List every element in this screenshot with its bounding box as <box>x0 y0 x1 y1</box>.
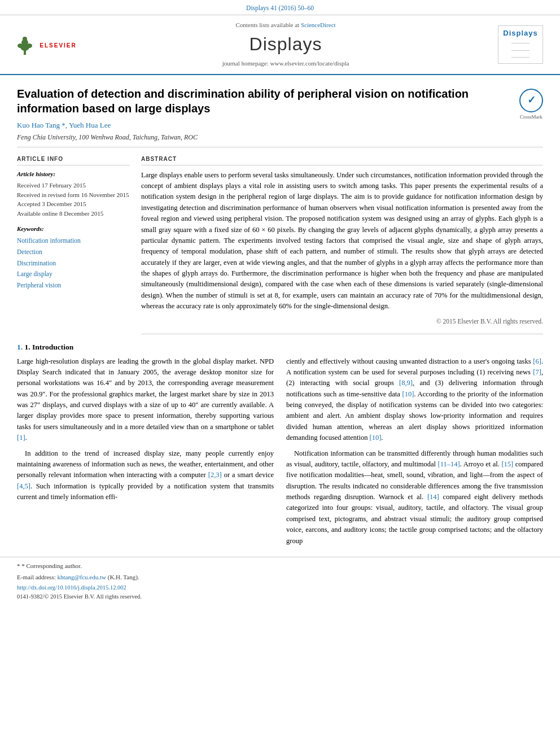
received-revised-date: Received in revised form 16 November 201… <box>17 190 130 200</box>
body-para-1: Large high-resolution displays are leadi… <box>17 356 274 444</box>
section1-heading: 1. 1. Introduction <box>17 342 543 353</box>
body-two-col: Large high-resolution displays are leadi… <box>17 356 543 557</box>
section-num: 1. <box>17 343 25 351</box>
article-title-area: Evaluation of detection and discriminati… <box>17 86 514 142</box>
article-authors: Kuo Hao Tang *, Yueh Hua Lee <box>17 120 514 130</box>
crossmark-badge: ✓ CrossMark <box>519 89 543 121</box>
ref-6-link[interactable]: [6] <box>533 357 541 365</box>
author-link[interactable]: Kuo Hao Tang *, Yueh Hua Lee <box>17 121 111 129</box>
contents-label: Contents lists available at <box>235 21 299 28</box>
article-affiliation: Feng Chia University, 100 Wenhwa Road, T… <box>17 133 514 142</box>
elsevier-logo-area: ELSEVIER <box>11 32 79 57</box>
body-col-right: ciently and effectively without causing … <box>286 356 543 551</box>
crossmark-icon: ✓ <box>519 89 543 112</box>
elsevier-logo: ELSEVIER <box>14 34 76 57</box>
abstract-text: Large displays enable users to perform s… <box>141 170 543 312</box>
article-content: Evaluation of detection and discriminati… <box>0 75 560 557</box>
keyword-4[interactable]: Large display <box>17 269 130 280</box>
journal-center: Contents lists available at ScienceDirec… <box>85 21 487 68</box>
elsevier-tree-icon <box>14 34 36 57</box>
footer-doi: http://dx.doi.org/10.1016/j.displa.2015.… <box>17 584 543 592</box>
corresponding-star: * <box>17 562 21 569</box>
keywords-block: Keywords: Notification information Detec… <box>17 225 130 291</box>
body-content: 1. 1. Introduction Large high-resolution… <box>17 334 543 557</box>
svg-point-5 <box>27 43 32 48</box>
journal-title: Displays <box>85 32 487 57</box>
svg-point-4 <box>18 43 23 48</box>
ref-15-link[interactable]: [15] <box>501 460 513 468</box>
page-wrapper: Displays 41 (2016) 50–60 ELSEVIER Conten… <box>0 0 560 606</box>
article-title-section: Evaluation of detection and discriminati… <box>17 81 543 147</box>
section-title: 1. Introduction <box>25 343 74 351</box>
ref-7-link[interactable]: [7] <box>533 368 541 376</box>
article-info-col: ARTICLE INFO Article history: Received 1… <box>17 155 130 334</box>
elsevier-brand-text: ELSEVIER <box>40 42 76 50</box>
abstract-label: ABSTRACT <box>141 155 543 165</box>
journal-homepage: journal homepage: www.elsevier.com/locat… <box>85 59 487 68</box>
keyword-1[interactable]: Notification information <box>17 235 130 247</box>
journal-logo-box: Displays ─────────────── <box>498 25 542 64</box>
journal-logo-right: Displays ─────────────── <box>492 25 549 64</box>
ref-2-3-link[interactable]: [2,3] <box>208 471 222 479</box>
article-footer: * * Corresponding author. E-mail address… <box>0 557 560 606</box>
doi-link[interactable]: http://dx.doi.org/10.1016/j.displa.2015.… <box>17 584 126 591</box>
ref-8-9-link[interactable]: [8,9] <box>399 379 413 387</box>
abstract-col: ABSTRACT Large displays enable users to … <box>141 155 543 334</box>
abstract-copyright: © 2015 Elsevier B.V. All rights reserved… <box>141 317 543 334</box>
corresponding-label: * Corresponding author. <box>21 562 82 569</box>
email-label: E-mail address: <box>17 574 56 580</box>
article-info-label: ARTICLE INFO <box>17 155 130 165</box>
keywords-label: Keywords: <box>17 225 130 233</box>
available-date: Available online 8 December 2015 <box>17 209 130 219</box>
journal-header: ELSEVIER Contents lists available at Sci… <box>0 15 560 75</box>
ref-4-5-link[interactable]: [4,5] <box>17 482 30 490</box>
svg-point-3 <box>23 37 27 41</box>
contents-line: Contents lists available at ScienceDirec… <box>85 21 487 29</box>
ref-11-14-link[interactable]: [11–14] <box>438 460 460 468</box>
keyword-2[interactable]: Detection <box>17 247 130 258</box>
journal-issue-bar: Displays 41 (2016) 50–60 <box>0 0 560 15</box>
ref-10-link[interactable]: [10] <box>403 390 414 398</box>
email-link[interactable]: khtang@fcu.edu.tw <box>57 574 106 580</box>
crossmark-label: CrossMark <box>520 113 542 121</box>
received-date: Received 17 February 2015 <box>17 181 130 190</box>
body-para-4: Notification information can be transmit… <box>286 448 543 547</box>
ref-14-link[interactable]: [14] <box>427 493 439 501</box>
footer-issn: 0141-9382/© 2015 Elsevier B.V. All right… <box>17 593 543 601</box>
svg-rect-0 <box>24 50 26 55</box>
homepage-text: journal homepage: www.elsevier.com/locat… <box>222 60 349 67</box>
history-label: Article history: <box>17 170 130 178</box>
corresponding-note: * * Corresponding author. <box>17 562 543 570</box>
sciencedirect-link[interactable]: ScienceDirect <box>301 21 336 28</box>
journal-issue-text: Displays 41 (2016) 50–60 <box>246 5 314 11</box>
logo-lines: ─────────────── <box>503 40 537 61</box>
ref-10b-link[interactable]: [10] <box>370 434 382 442</box>
email-suffix: (K.H. Tang). <box>108 574 139 580</box>
article-title: Evaluation of detection and discriminati… <box>17 86 514 116</box>
body-para-3: ciently and effectively without causing … <box>286 356 543 444</box>
keyword-3[interactable]: Discrimination <box>17 258 130 269</box>
info-abstract-area: ARTICLE INFO Article history: Received 1… <box>17 147 543 334</box>
logo-title-text: Displays <box>503 28 537 38</box>
keyword-5[interactable]: Peripheral vision <box>17 280 130 291</box>
accepted-date: Accepted 3 December 2015 <box>17 199 130 209</box>
ref-1-link[interactable]: [1] <box>17 434 25 442</box>
article-history-block: Article history: Received 17 February 20… <box>17 170 130 218</box>
body-col-left: Large high-resolution displays are leadi… <box>17 356 274 551</box>
footer-email-note: E-mail address: khtang@fcu.edu.tw (K.H. … <box>17 573 543 582</box>
body-para-2: In addition to the trend of increased di… <box>17 448 274 503</box>
